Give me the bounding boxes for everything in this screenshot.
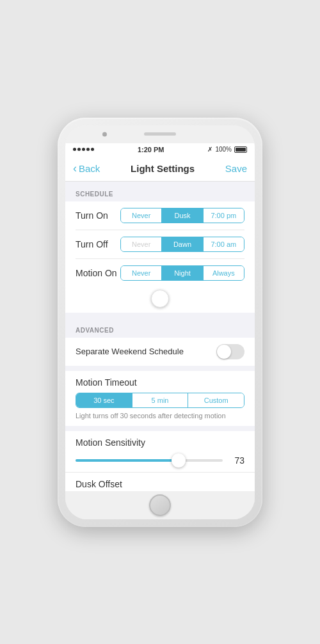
signal-dot-2	[77, 148, 81, 151]
phone-bottom-bezel	[65, 491, 255, 519]
phone-top-bezel	[65, 125, 255, 143]
battery-percent: 100%	[215, 146, 232, 153]
motion-sensitivity-section: Motion Sensitivity 73	[65, 431, 255, 472]
weekend-row: Separate Weekend Schedule	[76, 338, 244, 366]
slider-fill	[76, 459, 179, 462]
turn-on-row: Turn On Never Dusk 7:00 pm	[76, 201, 244, 230]
content-area: SCHEDULE Turn On Never Dusk 7:00 pm Turn…	[65, 182, 255, 491]
turn-off-label: Turn Off	[76, 239, 120, 249]
turn-off-never[interactable]: Never	[121, 237, 162, 251]
turn-on-dusk[interactable]: Dusk	[162, 208, 203, 223]
turn-on-time[interactable]: 7:00 pm	[204, 208, 244, 223]
signal-dot-5	[91, 148, 94, 151]
schedule-section-header: SCHEDULE	[65, 182, 255, 201]
status-time: 1:20 PM	[138, 146, 164, 153]
slider-thumb[interactable]	[172, 453, 186, 467]
separator-3	[65, 426, 255, 431]
slider-row: 73	[76, 455, 244, 466]
turn-off-time[interactable]: 7:00 am	[204, 237, 244, 251]
phone-camera	[102, 132, 107, 136]
battery-fill	[236, 148, 246, 152]
back-button[interactable]: ‹ Back	[73, 162, 100, 175]
slider-value: 73	[229, 455, 244, 466]
motion-timeout-label: Motion Timeout	[76, 377, 244, 388]
turn-off-dawn[interactable]: Dawn	[162, 237, 203, 251]
signal-dots	[73, 148, 94, 151]
motion-on-row: Motion On Never Night Always	[76, 259, 244, 287]
phone-frame: 1:20 PM ✗ 100% ‹ Back Light Settings Sav…	[58, 118, 262, 527]
back-label: Back	[79, 163, 100, 174]
weekend-toggle[interactable]	[216, 344, 244, 359]
motion-timeout-segmented[interactable]: 30 sec 5 min Custom	[76, 393, 244, 408]
weekend-label: Separate Weekend Schedule	[76, 347, 216, 356]
thumb-icon	[151, 290, 169, 308]
turn-off-segmented[interactable]: Never Dawn 7:00 am	[120, 237, 244, 252]
signal-dot-3	[82, 148, 85, 151]
slider-track[interactable]	[76, 459, 223, 462]
separator-1	[65, 313, 255, 318]
motion-on-night[interactable]: Night	[162, 266, 203, 280]
turn-on-label: Turn On	[76, 210, 120, 221]
battery-icon	[234, 146, 247, 153]
timeout-30sec[interactable]: 30 sec	[76, 393, 132, 407]
timeout-custom[interactable]: Custom	[188, 393, 244, 407]
home-button[interactable]	[149, 494, 171, 516]
navigation-bar: ‹ Back Light Settings Save	[65, 156, 255, 182]
status-bar: 1:20 PM ✗ 100%	[65, 143, 255, 156]
schedule-card: Turn On Never Dusk 7:00 pm Turn Off Neve…	[65, 201, 255, 287]
page-title: Light Settings	[131, 163, 195, 174]
timeout-5min[interactable]: 5 min	[132, 393, 189, 407]
dusk-offset-label: Dusk Offset	[76, 479, 122, 489]
timeout-description: Light turns off 30 seconds after detecti…	[76, 412, 244, 420]
turn-on-segmented[interactable]: Never Dusk 7:00 pm	[120, 208, 244, 223]
toggle-knob	[217, 345, 231, 359]
phone-speaker	[144, 132, 176, 136]
sensitivity-label: Motion Sensitivity	[76, 437, 244, 448]
turn-on-never[interactable]: Never	[121, 208, 162, 223]
signal-dot-1	[73, 148, 76, 151]
thumb-area	[65, 287, 255, 313]
save-button[interactable]: Save	[225, 163, 247, 174]
motion-on-segmented[interactable]: Never Night Always	[120, 265, 244, 281]
back-arrow-icon: ‹	[73, 162, 77, 175]
signal-dot-4	[86, 148, 90, 151]
separator-2	[65, 366, 255, 371]
motion-timeout-section: Motion Timeout 30 sec 5 min Custom Light…	[65, 371, 255, 426]
motion-on-label: Motion On	[76, 268, 120, 278]
weekend-card: Separate Weekend Schedule	[65, 338, 255, 366]
bluetooth-icon: ✗	[207, 146, 212, 153]
phone-screen: 1:20 PM ✗ 100% ‹ Back Light Settings Sav…	[65, 125, 255, 519]
turn-off-row: Turn Off Never Dawn 7:00 am	[76, 230, 244, 259]
status-right: ✗ 100%	[207, 146, 247, 153]
motion-on-always[interactable]: Always	[204, 266, 244, 280]
advanced-section-header: ADVANCED	[65, 318, 255, 338]
motion-on-never[interactable]: Never	[121, 266, 162, 280]
dusk-offset-row: Dusk Offset	[65, 472, 255, 491]
